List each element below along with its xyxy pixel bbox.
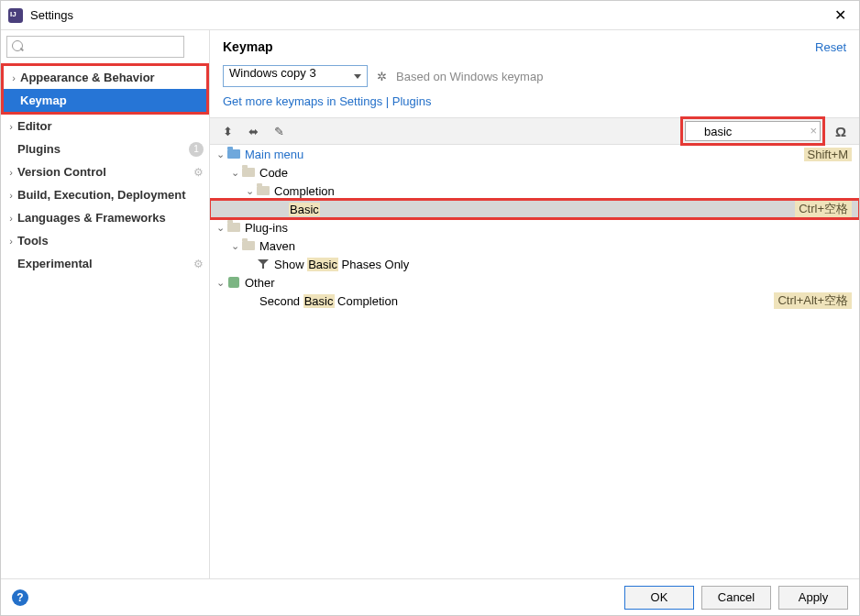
annotation-box: × xyxy=(683,119,822,143)
get-keymaps-link[interactable]: Get more keymaps in Settings xyxy=(223,94,382,108)
sidebar-item-experimental[interactable]: Experimental ⚙ xyxy=(1,252,209,275)
tree-label: Show Basic Phases Only xyxy=(274,258,852,271)
find-by-shortcut-icon[interactable]: Ω xyxy=(832,124,850,139)
keymap-select[interactable]: Windows copy 3 xyxy=(223,65,368,87)
tree-label: Completion xyxy=(274,184,852,198)
chevron-down-icon[interactable]: ⌄ xyxy=(214,277,226,289)
sidebar-item-keymap[interactable]: Keymap xyxy=(4,89,206,112)
funnel-icon xyxy=(258,259,269,269)
shortcut-badge: Shift+M xyxy=(804,148,852,161)
tree-node-code[interactable]: ⌄ Code xyxy=(210,163,859,182)
tree-label: Second Basic Completion xyxy=(259,294,774,308)
folder-icon xyxy=(257,186,270,195)
sidebar-item-label: Version Control xyxy=(17,165,193,179)
folder-icon xyxy=(242,241,255,250)
sidebar-item-tools[interactable]: › Tools xyxy=(1,229,209,252)
sidebar-item-label: Keymap xyxy=(20,94,201,107)
chevron-right-icon: › xyxy=(5,236,17,247)
clear-icon[interactable]: × xyxy=(810,124,817,138)
gear-icon[interactable]: ✲ xyxy=(377,70,387,83)
gear-icon: ⚙ xyxy=(193,166,204,179)
tree-node-plugins[interactable]: ⌄ Plug-ins xyxy=(210,218,859,236)
tree-node-second-basic[interactable]: · Second Basic Completion Ctrl+Alt+空格 xyxy=(210,292,859,310)
tree-node-completion[interactable]: ⌄ Completion xyxy=(210,182,859,200)
reset-link[interactable]: Reset xyxy=(815,40,846,54)
tree-node-other[interactable]: ⌄ Other xyxy=(210,273,859,292)
chevron-right-icon: › xyxy=(7,72,20,83)
folder-icon xyxy=(242,168,255,177)
chevron-down-icon[interactable]: ⌄ xyxy=(214,222,226,234)
expand-all-icon[interactable]: ⬍ xyxy=(219,123,236,139)
tree-node-main-menu[interactable]: ⌄ Main menu Shift+M xyxy=(210,145,859,163)
sidebar-item-label: Languages & Frameworks xyxy=(17,211,204,225)
tree-label: Main menu xyxy=(245,148,804,161)
tree-node-basic[interactable]: · Basic Ctrl+空格 xyxy=(210,200,859,218)
sidebar-item-languages[interactable]: › Languages & Frameworks xyxy=(1,206,209,229)
tree-label: Other xyxy=(245,276,852,290)
close-icon[interactable]: ✕ xyxy=(829,6,852,24)
chevron-down-icon[interactable]: ⌄ xyxy=(228,240,241,252)
edit-icon[interactable]: ✎ xyxy=(270,123,287,139)
window-title: Settings xyxy=(30,8,829,22)
sidebar-item-label: Appearance & Behavior xyxy=(20,71,201,84)
keymap-tree[interactable]: ⌄ Main menu Shift+M ⌄ Code ⌄ Completion … xyxy=(210,145,859,578)
shortcut-badge: Ctrl+Alt+空格 xyxy=(774,292,852,309)
apply-button[interactable]: Apply xyxy=(778,586,848,610)
sidebar-item-version-control[interactable]: › Version Control ⚙ xyxy=(1,160,209,183)
chevron-right-icon: › xyxy=(5,121,17,132)
sidebar-item-editor[interactable]: › Editor xyxy=(1,115,209,138)
cancel-button[interactable]: Cancel xyxy=(701,586,771,610)
sidebar-item-appearance[interactable]: › Appearance & Behavior xyxy=(4,66,206,89)
sidebar-item-label: Build, Execution, Deployment xyxy=(17,188,204,202)
tree-label: Code xyxy=(259,166,852,180)
tree-node-show-basic-phases[interactable]: · Show Basic Phases Only xyxy=(210,255,859,273)
sidebar-item-build[interactable]: › Build, Execution, Deployment xyxy=(1,183,209,206)
app-icon xyxy=(8,8,23,23)
count-badge: 1 xyxy=(189,142,204,157)
sidebar-item-label: Editor xyxy=(17,119,204,133)
folder-icon xyxy=(227,223,240,232)
gear-icon: ⚙ xyxy=(193,258,204,270)
page-title: Keymap xyxy=(223,39,815,54)
chevron-down-icon[interactable]: ⌄ xyxy=(228,167,241,179)
tree-node-maven[interactable]: ⌄ Maven xyxy=(210,236,859,255)
keymap-select-value: Windows copy 3 xyxy=(229,66,316,80)
sidebar-item-label: Plugins xyxy=(17,142,189,156)
chevron-down-icon[interactable]: ⌄ xyxy=(214,148,226,160)
puzzle-icon xyxy=(228,277,239,288)
help-icon[interactable]: ? xyxy=(12,589,28,606)
tree-label: Maven xyxy=(259,239,852,253)
chevron-right-icon: › xyxy=(5,167,17,178)
action-search-input[interactable] xyxy=(685,121,821,141)
based-on-label: Based on Windows keymap xyxy=(396,70,543,83)
tree-label: Basic xyxy=(289,203,795,216)
collapse-all-icon[interactable]: ⬌ xyxy=(245,123,261,139)
ok-button[interactable]: OK xyxy=(624,586,694,610)
chevron-right-icon: › xyxy=(5,190,17,201)
chevron-right-icon: › xyxy=(5,213,17,224)
sidebar-item-label: Tools xyxy=(17,234,204,248)
search-icon xyxy=(6,36,204,58)
folder-icon xyxy=(227,149,240,159)
sidebar-search-input[interactable] xyxy=(6,36,184,58)
shortcut-badge: Ctrl+空格 xyxy=(795,201,852,217)
chevron-down-icon[interactable]: ⌄ xyxy=(243,185,256,197)
tree-label: Plug-ins xyxy=(245,221,852,235)
sidebar-item-plugins[interactable]: Plugins 1 xyxy=(1,138,209,160)
plugins-link[interactable]: Plugins xyxy=(392,94,432,108)
sidebar-item-label: Experimental xyxy=(17,257,193,270)
